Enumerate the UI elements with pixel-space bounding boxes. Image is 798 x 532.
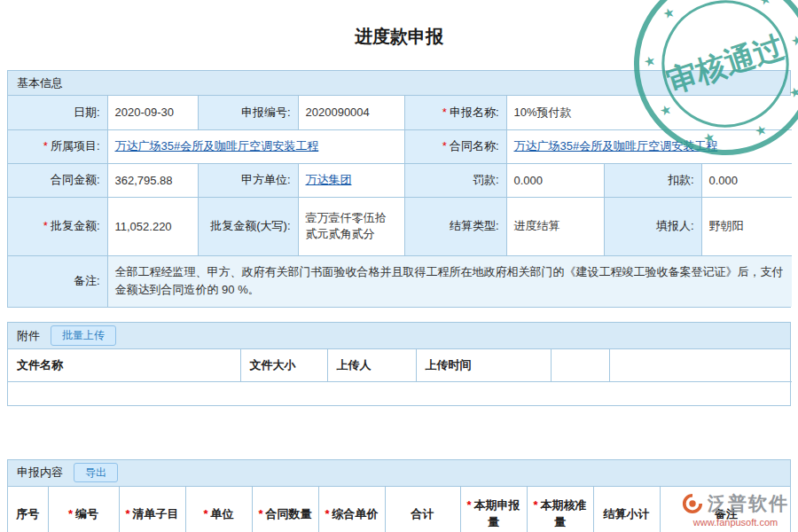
remark-label: 备注: bbox=[8, 255, 107, 307]
declaration-table: 序号 *编号 *清单子目 *单位 *合同数量 *综合单价 合计 *本期申报量 *… bbox=[8, 487, 792, 532]
required-asterisk: * bbox=[258, 507, 262, 520]
contract-amount-value: 362,795.88 bbox=[107, 163, 198, 197]
settle-type-value: 进度结算 bbox=[506, 197, 604, 255]
required-asterisk: * bbox=[442, 106, 447, 119]
required-asterisk: * bbox=[325, 507, 329, 520]
attachments-table: 文件名称 文件大小 上传人 上传时间 bbox=[8, 349, 792, 382]
approved-amount-cn-value: 壹万壹仟零伍拾贰元贰角贰分 bbox=[298, 197, 404, 255]
date-label: 日期: bbox=[8, 96, 107, 129]
decl-col-list-item: *清单子目 bbox=[119, 487, 185, 532]
decl-col-settle-subtotal: 结算小计 bbox=[593, 487, 660, 532]
decl-col-current-declared: *本期申报量 bbox=[460, 487, 527, 532]
fanpu-logo-icon bbox=[682, 493, 703, 514]
required-asterisk: * bbox=[203, 507, 207, 520]
table-row: *所属项目: 万达广场35#会所及咖啡厅空调安装工程 *合同名称: 万达广场35… bbox=[8, 129, 792, 163]
export-button[interactable]: 导出 bbox=[74, 463, 118, 483]
party-a-value: 万达集团 bbox=[298, 163, 404, 197]
basic-info-section: 基本信息 日期: 2020-09-30 申报编号: 2020090004 *申报… bbox=[7, 70, 791, 308]
basic-info-title: 基本信息 bbox=[17, 75, 63, 91]
table-row: 序号 *编号 *清单子目 *单位 *合同数量 *综合单价 合计 *本期申报量 *… bbox=[8, 487, 792, 532]
declaration-name-label: *申报名称: bbox=[404, 96, 506, 129]
decl-col-unit: *单位 bbox=[185, 487, 252, 532]
attach-col-extra2 bbox=[609, 349, 792, 381]
project-link[interactable]: 万达广场35#会所及咖啡厅空调安装工程 bbox=[115, 139, 319, 153]
attachments-section: 附件 批量上传 文件名称 文件大小 上传人 上传时间 bbox=[7, 322, 791, 406]
attach-col-extra1 bbox=[551, 349, 609, 381]
required-asterisk: * bbox=[466, 498, 471, 512]
attach-col-uploader: 上传人 bbox=[327, 349, 416, 381]
remark-value: 全部工程经监理、甲方、政府有关部门书面验收合格并且取得工程所在地政府相关部门的《… bbox=[107, 255, 792, 307]
required-asterisk: * bbox=[442, 139, 447, 153]
party-a-link[interactable]: 万达集团 bbox=[306, 173, 352, 186]
contract-name-label: *合同名称: bbox=[404, 129, 506, 163]
deduction-label: 扣款: bbox=[604, 163, 701, 197]
party-a-label: 甲方单位: bbox=[198, 163, 298, 197]
project-label: *所属项目: bbox=[8, 129, 107, 163]
contract-name-value: 万达广场35#会所及咖啡厅空调安装工程 bbox=[506, 129, 792, 163]
fine-label: 罚款: bbox=[404, 163, 506, 197]
contract-amount-label: 合同金额: bbox=[8, 163, 107, 197]
declaration-section: 申报内容 导出 序号 *编号 *清单子目 *单位 *合同数量 *综合单价 合计 … bbox=[7, 459, 791, 532]
attachments-empty-area bbox=[8, 382, 790, 405]
table-row: *批复金额: 11,052.220 批复金额(大写): 壹万壹仟零伍拾贰元贰角贰… bbox=[8, 197, 792, 255]
required-asterisk: * bbox=[125, 507, 129, 520]
fanpu-logo-text: 泛普软件 bbox=[708, 491, 789, 516]
declaration-no-value: 2020090004 bbox=[298, 96, 404, 129]
attach-col-uploadtime: 上传时间 bbox=[416, 349, 551, 381]
attach-col-filesize: 文件大小 bbox=[240, 349, 327, 381]
table-row: 合同金额: 362,795.88 甲方单位: 万达集团 罚款: 0.000 扣款… bbox=[8, 163, 792, 197]
filler-label: 填报人: bbox=[604, 197, 701, 255]
required-asterisk: * bbox=[43, 139, 48, 153]
date-value: 2020-09-30 bbox=[107, 96, 198, 129]
required-asterisk: * bbox=[68, 507, 73, 520]
project-value: 万达广场35#会所及咖啡厅空调安装工程 bbox=[107, 129, 404, 163]
declaration-name-value: 10%预付款 bbox=[506, 96, 792, 129]
decl-col-unit-price: *综合单价 bbox=[318, 487, 385, 532]
basic-info-header: 基本信息 bbox=[8, 71, 790, 96]
deduction-value: 0.000 bbox=[701, 163, 792, 197]
attach-col-filename: 文件名称 bbox=[8, 349, 240, 381]
fanpu-logo: 泛普软件 www.fanpusoft.com bbox=[682, 491, 789, 528]
decl-col-current-approved: *本期核准量 bbox=[527, 487, 593, 532]
declaration-title: 申报内容 bbox=[17, 465, 63, 481]
approved-amount-label: *批复金额: bbox=[8, 197, 107, 255]
filler-value: 野朝阳 bbox=[701, 197, 792, 255]
attachments-title: 附件 bbox=[17, 328, 40, 344]
table-row: 文件名称 文件大小 上传人 上传时间 bbox=[8, 349, 792, 381]
table-row: 日期: 2020-09-30 申报编号: 2020090004 *申报名称: 1… bbox=[8, 96, 792, 129]
decl-col-total: 合计 bbox=[385, 487, 460, 532]
settle-type-label: 结算类型: bbox=[404, 197, 506, 255]
basic-info-table: 日期: 2020-09-30 申报编号: 2020090004 *申报名称: 1… bbox=[8, 96, 792, 307]
table-row: 备注: 全部工程经监理、甲方、政府有关部门书面验收合格并且取得工程所在地政府相关… bbox=[8, 255, 792, 307]
batch-upload-button[interactable]: 批量上传 bbox=[51, 325, 116, 346]
fine-value: 0.000 bbox=[506, 163, 604, 197]
required-asterisk: * bbox=[533, 498, 537, 512]
fanpu-logo-url: www.fanpusoft.com bbox=[682, 517, 789, 528]
declaration-no-label: 申报编号: bbox=[198, 96, 298, 129]
decl-col-seq: 序号 bbox=[8, 487, 48, 532]
approved-amount-value: 11,052.220 bbox=[107, 197, 198, 255]
approved-amount-cn-label: 批复金额(大写): bbox=[198, 197, 298, 255]
required-asterisk: * bbox=[43, 219, 48, 232]
contract-link[interactable]: 万达广场35#会所及咖啡厅空调安装工程 bbox=[514, 139, 718, 153]
decl-col-code: *编号 bbox=[48, 487, 119, 532]
attachments-header: 附件 批量上传 bbox=[8, 323, 790, 349]
declaration-header: 申报内容 导出 bbox=[8, 460, 790, 487]
page-title: 进度款申报 bbox=[0, 0, 798, 70]
decl-col-contract-qty: *合同数量 bbox=[252, 487, 318, 532]
